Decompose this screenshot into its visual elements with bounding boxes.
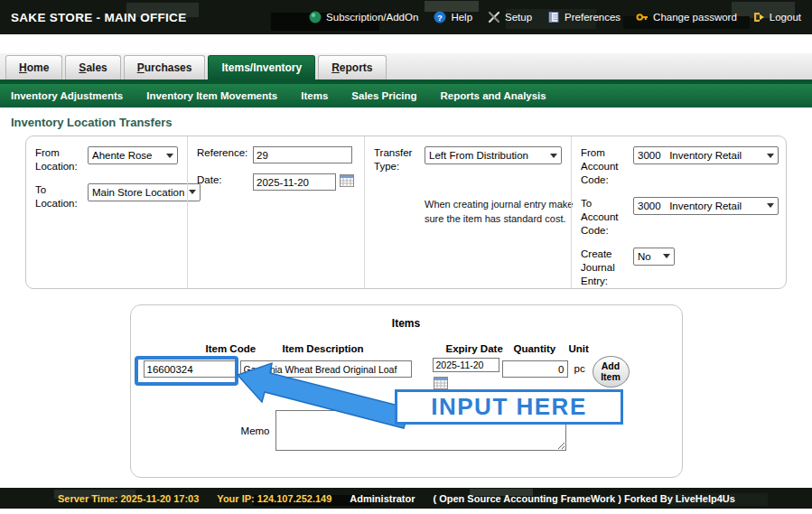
expiry-date-header: Expiry Date — [446, 343, 503, 354]
create-journal-select[interactable]: No — [633, 248, 675, 266]
tab-home[interactable]: Home — [5, 55, 62, 79]
footer-server-time: Server Time: 2025-11-20 17:03 — [58, 493, 199, 504]
tab-label: urchases — [145, 61, 192, 74]
tab-label: ales — [86, 61, 107, 74]
add-item-button-label: Add — [602, 361, 620, 372]
reference-column: Reference: Date: — [187, 136, 364, 288]
tab-accesskey: P — [137, 61, 145, 74]
chevron-down-icon — [166, 154, 173, 158]
page-title: Inventory Location Transfers — [11, 116, 812, 129]
tab-label: Items/Inventory — [221, 61, 302, 74]
top-header-bar: SAKE STORE - MAIN OFFICE Subscription/Ad… — [0, 0, 812, 34]
from-account-select[interactable]: 3000 Inventory Retail — [633, 146, 779, 164]
date-input[interactable] — [253, 173, 336, 191]
transfer-form-panel: From Location: Ahente Rose To Location: … — [25, 136, 787, 289]
items-section-title: Items — [131, 317, 682, 330]
chevron-down-icon — [550, 154, 557, 158]
quantity-input[interactable] — [502, 360, 568, 378]
tab-sales[interactable]: Sales — [65, 55, 120, 79]
tab-purchases[interactable]: Purchases — [124, 55, 206, 79]
footer-user: Administrator — [350, 493, 415, 504]
chevron-down-icon — [663, 254, 670, 258]
unit-value: pc — [574, 363, 585, 374]
app-window: SAKE STORE - MAIN OFFICE Subscription/Ad… — [0, 0, 812, 514]
tab-label: eports — [340, 61, 373, 74]
to-account-label: To Account Code: — [581, 197, 628, 238]
tab-accesskey: H — [19, 61, 27, 74]
menu-subscription-addon[interactable]: Subscription/AddOn — [309, 11, 418, 23]
tab-items-inventory[interactable]: Items/Inventory — [208, 55, 315, 79]
menu-label: Help — [451, 12, 472, 23]
reference-input[interactable] — [253, 146, 352, 164]
submenu-sales-pricing[interactable]: Sales Pricing — [351, 90, 416, 101]
submenu-reports-and-analysis[interactable]: Reports and Analysis — [441, 90, 546, 101]
item-code-header: Item Code — [206, 343, 257, 354]
footer-ip: Your IP: 124.107.252.149 — [217, 493, 331, 504]
account-column: From Account Code: 3000 Inventory Retail… — [571, 136, 786, 288]
quantity-header: Quantity — [514, 343, 556, 354]
to-location-label: To Location: — [35, 183, 82, 210]
menu-label: Change password — [653, 12, 737, 23]
add-item-button-label: Item — [601, 372, 621, 383]
to-account-value: 3000 Inventory Retail — [638, 201, 762, 211]
expiry-date-input[interactable] — [433, 358, 499, 372]
chevron-down-icon — [767, 154, 774, 158]
transfer-type-column: Transfer Type: Left From Distribution Wh… — [364, 136, 571, 288]
memo-label: Memo — [232, 425, 270, 436]
calendar-icon — [340, 174, 354, 190]
header-spacer — [0, 34, 812, 53]
location-column: From Location: Ahente Rose To Location: … — [26, 136, 187, 288]
item-description-header: Item Description — [283, 343, 364, 354]
menu-change-password[interactable]: Change password — [636, 11, 737, 23]
submenu-items[interactable]: Items — [301, 90, 328, 101]
menu-label: Preferences — [565, 12, 621, 23]
transfer-type-select[interactable]: Left From Distribution — [425, 146, 562, 164]
annotation-callout: INPUT HERE — [395, 389, 623, 425]
key-icon — [636, 11, 649, 23]
transfer-type-value: Left From Distribution — [429, 150, 546, 161]
menu-preferences[interactable]: Preferences — [547, 11, 621, 23]
date-calendar-button[interactable] — [340, 174, 354, 190]
subscription-icon — [309, 11, 322, 23]
svg-text:?: ? — [437, 13, 443, 23]
add-item-button[interactable]: Add Item — [593, 356, 630, 388]
submenu-inventory-item-movements[interactable]: Inventory Item Movements — [146, 90, 277, 101]
from-location-label: From Location: — [35, 146, 82, 173]
menu-logout[interactable]: Logout — [752, 11, 801, 23]
footer-bar: Server Time: 2025-11-20 17:03 Your IP: 1… — [0, 488, 812, 509]
menu-help[interactable]: ? Help — [434, 11, 472, 23]
transfer-type-label: Transfer Type: — [374, 146, 419, 173]
menu-label: Logout — [770, 12, 801, 23]
footer-credit: ( Open Source Accounting FrameWork ) For… — [433, 493, 734, 504]
menu-setup[interactable]: Setup — [488, 11, 532, 23]
unit-header: Unit — [569, 343, 589, 354]
create-journal-value: No — [638, 251, 658, 262]
from-account-label: From Account Code: — [581, 146, 628, 187]
journal-note: When creating journal entry make sure th… — [425, 197, 582, 227]
menu-label: Subscription/AddOn — [326, 12, 418, 23]
to-location-select[interactable]: Main Store Location — [88, 183, 201, 201]
top-menu: Subscription/AddOn ? Help Setup Preferen… — [309, 11, 801, 23]
create-journal-label: Create Journal Entry: — [581, 248, 628, 288]
app-title: SAKE STORE - MAIN OFFICE — [11, 11, 186, 24]
from-location-value: Ahente Rose — [92, 150, 162, 161]
reference-label: Reference: — [197, 146, 247, 160]
chevron-down-icon — [767, 203, 774, 208]
tab-bar: Home Sales Purchases Items/Inventory Rep… — [0, 53, 812, 79]
help-icon: ? — [434, 11, 446, 23]
date-label: Date: — [197, 173, 247, 187]
menu-label: Setup — [505, 12, 532, 23]
from-location-select[interactable]: Ahente Rose — [88, 146, 178, 164]
submenu-inventory-adjustments[interactable]: Inventory Adjustments — [11, 90, 123, 101]
item-description-input[interactable] — [240, 360, 412, 378]
tab-label: ome — [27, 61, 50, 74]
tab-reports[interactable]: Reports — [318, 55, 386, 79]
logout-icon — [752, 11, 765, 23]
annotation-callout-text: INPUT HERE — [431, 393, 586, 421]
tab-accesskey: R — [331, 61, 340, 74]
preferences-icon — [547, 11, 560, 23]
submenu-bar: Inventory Adjustments Inventory Item Mov… — [0, 84, 812, 107]
item-code-input[interactable] — [144, 360, 236, 378]
setup-icon — [488, 11, 500, 23]
to-account-select[interactable]: 3000 Inventory Retail — [633, 197, 779, 215]
